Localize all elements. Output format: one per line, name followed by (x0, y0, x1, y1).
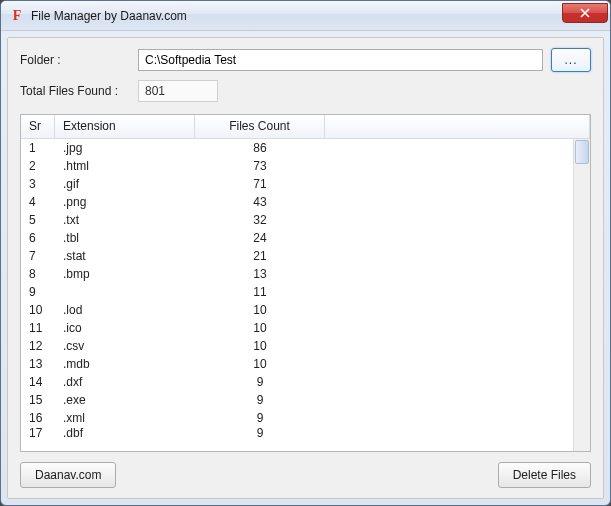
cell-sr: 1 (21, 141, 55, 155)
cell-count: 11 (195, 285, 325, 299)
folder-label: Folder : (20, 53, 130, 67)
cell-count: 32 (195, 213, 325, 227)
table-row[interactable]: 15.exe9 (21, 391, 590, 409)
table-row[interactable]: 8.bmp13 (21, 265, 590, 283)
cell-count: 9 (195, 375, 325, 389)
table-row[interactable]: 1.jpg86 (21, 139, 590, 157)
cell-extension: .png (55, 195, 195, 209)
delete-files-button[interactable]: Delete Files (498, 462, 591, 488)
browse-label: ... (564, 53, 577, 67)
cell-count: 21 (195, 249, 325, 263)
cell-extension: .csv (55, 339, 195, 353)
cell-count: 10 (195, 357, 325, 371)
cell-sr: 6 (21, 231, 55, 245)
window-title: File Manager by Daanav.com (31, 9, 562, 23)
daanav-button[interactable]: Daanav.com (20, 462, 116, 488)
cell-sr: 17 (21, 427, 55, 439)
cell-count: 9 (195, 427, 325, 439)
total-label: Total Files Found : (20, 84, 130, 98)
table-row[interactable]: 6.tbl24 (21, 229, 590, 247)
table-row[interactable]: 4.png43 (21, 193, 590, 211)
daanav-label: Daanav.com (35, 468, 101, 482)
cell-extension: .bmp (55, 267, 195, 281)
cell-sr: 15 (21, 393, 55, 407)
cell-extension: .jpg (55, 141, 195, 155)
cell-sr: 3 (21, 177, 55, 191)
close-icon (580, 8, 590, 18)
titlebar[interactable]: F File Manager by Daanav.com (1, 1, 610, 31)
delete-label: Delete Files (513, 468, 576, 482)
table-row[interactable]: 14.dxf9 (21, 373, 590, 391)
col-header-extension[interactable]: Extension (55, 115, 195, 138)
cell-extension: .dbf (55, 427, 195, 439)
cell-sr: 13 (21, 357, 55, 371)
table-header: Sr Extension Files Count (21, 115, 590, 139)
col-header-empty[interactable] (325, 115, 590, 138)
cell-sr: 2 (21, 159, 55, 173)
table-row[interactable]: 7.stat21 (21, 247, 590, 265)
cell-sr: 5 (21, 213, 55, 227)
file-table: Sr Extension Files Count 1.jpg862.html73… (20, 114, 591, 452)
table-row[interactable]: 911 (21, 283, 590, 301)
folder-row: Folder : ... (20, 48, 591, 72)
cell-extension: .lod (55, 303, 195, 317)
cell-extension: .gif (55, 177, 195, 191)
cell-sr: 4 (21, 195, 55, 209)
cell-count: 9 (195, 411, 325, 425)
table-row[interactable]: 13.mdb10 (21, 355, 590, 373)
cell-sr: 10 (21, 303, 55, 317)
cell-extension: .stat (55, 249, 195, 263)
client-area: Folder : ... Total Files Found : Sr Exte… (7, 37, 604, 499)
footer-bar: Daanav.com Delete Files (20, 462, 591, 488)
scrollbar-track[interactable] (573, 139, 590, 451)
folder-input[interactable] (138, 49, 543, 71)
close-button[interactable] (562, 3, 608, 23)
table-row[interactable]: 10.lod10 (21, 301, 590, 319)
cell-sr: 9 (21, 285, 55, 299)
cell-extension: .tbl (55, 231, 195, 245)
table-body: 1.jpg862.html733.gif714.png435.txt326.tb… (21, 139, 590, 451)
cell-sr: 14 (21, 375, 55, 389)
cell-extension: .ico (55, 321, 195, 335)
cell-sr: 11 (21, 321, 55, 335)
cell-extension: .mdb (55, 357, 195, 371)
cell-count: 13 (195, 267, 325, 281)
cell-count: 86 (195, 141, 325, 155)
col-header-count[interactable]: Files Count (195, 115, 325, 138)
cell-sr: 12 (21, 339, 55, 353)
cell-count: 24 (195, 231, 325, 245)
table-row[interactable]: 11.ico10 (21, 319, 590, 337)
table-row[interactable]: 17.dbf9 (21, 427, 590, 439)
browse-button[interactable]: ... (551, 48, 591, 72)
cell-extension: .dxf (55, 375, 195, 389)
cell-extension: .exe (55, 393, 195, 407)
table-row[interactable]: 12.csv10 (21, 337, 590, 355)
app-window: F File Manager by Daanav.com Folder : ..… (0, 0, 611, 506)
total-input (138, 80, 218, 102)
cell-sr: 8 (21, 267, 55, 281)
scrollbar-thumb[interactable] (575, 140, 589, 164)
app-icon: F (9, 8, 25, 24)
cell-count: 73 (195, 159, 325, 173)
cell-count: 10 (195, 321, 325, 335)
table-row[interactable]: 5.txt32 (21, 211, 590, 229)
cell-count: 71 (195, 177, 325, 191)
cell-count: 9 (195, 393, 325, 407)
cell-count: 10 (195, 339, 325, 353)
table-row[interactable]: 2.html73 (21, 157, 590, 175)
cell-count: 43 (195, 195, 325, 209)
cell-extension: .txt (55, 213, 195, 227)
table-row[interactable]: 3.gif71 (21, 175, 590, 193)
cell-extension: .html (55, 159, 195, 173)
cell-extension: .xml (55, 411, 195, 425)
cell-sr: 16 (21, 411, 55, 425)
cell-sr: 7 (21, 249, 55, 263)
total-row: Total Files Found : (20, 80, 591, 102)
cell-count: 10 (195, 303, 325, 317)
col-header-sr[interactable]: Sr (21, 115, 55, 138)
table-row[interactable]: 16.xml9 (21, 409, 590, 427)
